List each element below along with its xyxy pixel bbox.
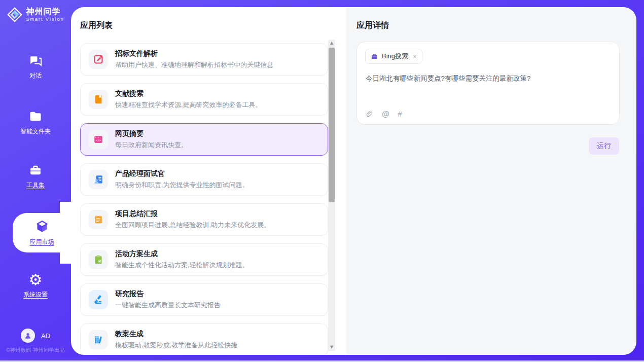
sidebar-item-label: 智能文件夹 <box>20 127 51 136</box>
sidebar-item-label: 对话 <box>29 71 42 80</box>
sidebar-item-chat[interactable]: 对话 <box>0 54 71 80</box>
app-detail-panel: 应用详情 Bing搜索 × 今日湖北有哪些新闻要点?有哪些需要关注的最新政策? <box>346 7 636 355</box>
mention-at-icon[interactable]: @ <box>382 110 389 118</box>
cube-icon <box>34 219 50 234</box>
app-name: 文献搜索 <box>115 89 262 98</box>
sidebar: 神州问学 Smart Vision 对话 智能文件夹 工具集 <box>0 0 71 362</box>
sidebar-item-toolset[interactable]: 工具集 <box>0 163 71 190</box>
sidebar-item-app-market[interactable]: 应用市场 <box>13 213 71 252</box>
app-name: 网页摘要 <box>115 129 188 138</box>
app-card-lesson-plan[interactable]: 教案生成 模板驱动,教案秒成,教学准备从此轻松快捷 <box>80 323 328 355</box>
app-card-bid-analysis[interactable]: 招标文件解析 帮助用户快速、准确地理解和解析招标书中的关键信息 <box>80 43 328 76</box>
run-button[interactable]: 运行 <box>589 137 619 155</box>
user-initials: AD <box>41 332 50 340</box>
app-card-literature-search[interactable]: 文献搜索 快速精准查找学术资源,提高研究效率的必备工具。 <box>80 83 328 116</box>
brand-name: 神州问学 <box>26 8 64 16</box>
brand-diamond-logo-icon <box>7 7 22 22</box>
app-card-web-summary[interactable]: </> 网页摘要 每日政府新闻资讯快查。 <box>80 123 328 156</box>
user-chip[interactable]: AD <box>0 329 71 343</box>
tool-tag-bing-search[interactable]: Bing搜索 × <box>365 49 422 64</box>
app-card-pm-interviewer[interactable]: 产品经理面试官 明确身份和职责,为您提供专业性的面试问题。 <box>80 163 328 196</box>
prompt-toolbar: @ # <box>366 110 402 118</box>
edit-square-icon <box>89 50 108 69</box>
app-description: 每日政府新闻资讯快查。 <box>115 140 188 150</box>
paperclip-icon[interactable] <box>366 110 374 118</box>
app-list-panel: 应用列表 招标文件解析 帮助用户快速、准确地理解和解析招标书中的关键信息 <box>71 7 346 355</box>
tag-close-icon[interactable]: × <box>413 53 417 60</box>
pill-notch-top <box>60 202 71 213</box>
app-name: 活动方案生成 <box>115 249 249 259</box>
hash-icon[interactable]: # <box>398 110 402 118</box>
app-card-research-report[interactable]: 研究报告 一键智能生成高质量长文本研究报告 <box>80 283 328 316</box>
brand-subtitle: Smart Vision <box>26 17 64 22</box>
clipboard-check-icon <box>89 250 108 269</box>
app-card-event-plan[interactable]: 活动方案生成 智能生成个性化活动方案,轻松解决规划难题。 <box>80 243 328 276</box>
app-list-title: 应用列表 <box>80 20 113 31</box>
app-description: 模板驱动,教案秒成,教学准备从此轻松快捷 <box>115 341 237 350</box>
sidebar-item-label: 工具集 <box>26 181 45 190</box>
tool-tag-label: Bing搜索 <box>382 52 408 61</box>
app-card-project-summary[interactable]: 项目总结汇报 全面回顾项目进展,总结经验教训,助力未来优化发展。 <box>80 203 328 236</box>
app-name: 产品经理面试官 <box>115 169 249 178</box>
browser-code-icon: </> <box>89 130 108 149</box>
sidebar-item-smart-folder[interactable]: 智能文件夹 <box>0 110 71 136</box>
svg-text:</>: </> <box>96 138 101 142</box>
app-name: 招标文件解析 <box>115 49 273 58</box>
scroll-up-arrow-icon[interactable]: ▲ <box>328 40 335 47</box>
briefcase-icon <box>371 53 378 60</box>
avatar <box>21 329 35 343</box>
report-pad-icon <box>89 210 108 229</box>
sidebar-item-settings[interactable]: ⚙ 系统设置 <box>0 273 71 299</box>
sidebar-item-label: 应用市场 <box>30 238 54 246</box>
folder-icon <box>28 110 43 124</box>
copyright-footer: ©神州数码·神州问学出品 <box>0 347 71 354</box>
books-icon <box>89 330 108 349</box>
app-description: 帮助用户快速、准确地理解和解析招标书中的关键信息 <box>115 60 273 69</box>
main-content: 应用列表 招标文件解析 帮助用户快速、准确地理解和解析招标书中的关键信息 <box>71 7 636 355</box>
microscope-icon <box>89 290 108 309</box>
interview-doc-icon <box>89 170 108 189</box>
app-description: 快速精准查找学术资源,提高研究效率的必备工具。 <box>115 100 262 110</box>
app-description: 一键智能生成高质量长文本研究报告 <box>115 301 221 310</box>
app-description: 明确身份和职责,为您提供专业性的面试问题。 <box>115 180 249 190</box>
app-detail-title: 应用详情 <box>356 20 389 31</box>
book-icon <box>89 90 108 109</box>
gear-icon: ⚙ <box>29 273 43 287</box>
app-card-list: 招标文件解析 帮助用户快速、准确地理解和解析招标书中的关键信息 文献搜索 快速精… <box>80 43 328 355</box>
prompt-input[interactable]: 今日湖北有哪些新闻要点?有哪些需要关注的最新政策? <box>366 74 611 84</box>
scrollbar-thumb[interactable] <box>329 48 335 202</box>
prompt-card: Bing搜索 × 今日湖北有哪些新闻要点?有哪些需要关注的最新政策? @ # <box>356 42 620 125</box>
app-name: 项目总结汇报 <box>115 209 270 219</box>
pill-notch-bottom <box>60 252 71 264</box>
scroll-down-arrow-icon[interactable]: ▼ <box>328 344 335 351</box>
app-description: 全面回顾项目进展,总结经验教训,助力未来优化发展。 <box>115 221 270 230</box>
brand: 神州问学 Smart Vision <box>0 7 71 22</box>
list-scrollbar[interactable]: ▲ ▼ <box>328 40 335 351</box>
toolbox-icon <box>28 163 43 177</box>
app-name: 教案生成 <box>115 330 237 339</box>
chat-icon <box>28 54 43 68</box>
app-description: 智能生成个性化活动方案,轻松解决规划难题。 <box>115 261 249 270</box>
app-name: 研究报告 <box>115 289 221 299</box>
sidebar-item-label: 系统设置 <box>23 291 48 299</box>
